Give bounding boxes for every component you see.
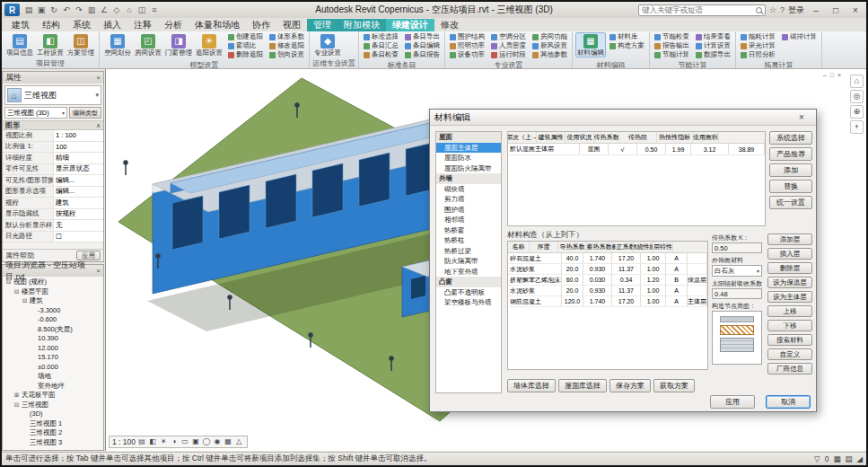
property-row[interactable]: 比例值 1: 100 [3, 142, 103, 154]
finish-select[interactable]: 白石灰▾ [712, 265, 762, 277]
ribbon-group-label[interactable]: 材料编辑 [575, 60, 646, 69]
column-header[interactable]: 燃烧性能 [634, 242, 653, 252]
property-row[interactable]: 默认分析显示样式 无 [3, 220, 103, 232]
quick-access-icon[interactable]: ↷ [73, 4, 85, 16]
ribbon-button-small[interactable]: 采光计算 [739, 41, 777, 50]
dialog-title-bar[interactable]: 材料编辑 × [430, 110, 816, 126]
dialog-button[interactable]: 上移 [767, 305, 812, 317]
ribbon-button-small[interactable]: 窗墙比 [226, 41, 265, 50]
component-category-item[interactable]: 屋面 [436, 132, 501, 143]
ribbon-button-small[interactable]: 新风设置 [530, 41, 569, 50]
dialog-button[interactable]: 删除层 [767, 262, 812, 274]
ribbon-button[interactable]: ▦ 空间划分 [102, 32, 133, 57]
browser-tree-item[interactable]: -0.600 [3, 315, 103, 325]
exclude-options-icon[interactable]: ▤ [845, 454, 852, 463]
help-search-box[interactable] [638, 4, 766, 16]
view-control-icon[interactable]: ▣ [190, 436, 201, 447]
view-control-icon[interactable]: ▦ [223, 436, 233, 447]
ribbon-button-small[interactable]: 能耗计算 [739, 32, 777, 41]
component-category-item[interactable]: 架空楼板与外墙 [436, 297, 501, 308]
ribbon-button-small[interactable]: 其他参数 [530, 50, 569, 59]
ribbon-button[interactable]: ▤ 项目信息 [4, 32, 35, 57]
dialog-button[interactable]: 获取方案 [653, 379, 695, 392]
component-category-item[interactable]: 屋面主体层 [436, 143, 501, 154]
quick-access-icon[interactable]: ≡ [148, 4, 161, 16]
browser-tree-item[interactable]: ⊟建筑 [3, 296, 103, 306]
component-category-item[interactable]: 屋面防水 [436, 153, 501, 163]
quick-access-icon[interactable]: ⌂ [123, 4, 136, 16]
material-row[interactable]: 水泥砂浆 20.0 0.930 11.37 1.00 A [508, 286, 707, 296]
ribbon-group-label[interactable]: 标准条目 [362, 60, 442, 69]
property-row[interactable]: 规程 建筑 [3, 198, 103, 209]
column-header[interactable]: 蓄热系数 [587, 242, 612, 252]
navigation-icon[interactable]: + [850, 120, 864, 134]
ribbon-group-label[interactable]: 拓展计算 [739, 60, 819, 69]
ribbon-button-small[interactable]: 条目检查 [362, 50, 400, 59]
dialog-button[interactable]: 插入层 [767, 248, 812, 260]
dialog-button[interactable]: 搜索材料 [767, 334, 812, 346]
ribbon-tab[interactable]: 注释 [127, 19, 158, 31]
ribbon-button-small[interactable]: 计算设置 [694, 41, 732, 50]
navigation-icon[interactable]: ⌂ [850, 75, 864, 88]
material-row[interactable]: 碎石混凝土 40.0 1.740 17.20 1.00 A [508, 253, 707, 264]
ribbon-group-label[interactable]: 模型设置 [102, 60, 306, 69]
browser-tree-item[interactable]: 场地 [3, 372, 103, 382]
ribbon-button-small[interactable]: 照明功率 [448, 41, 487, 50]
ribbon-button[interactable]: ◧ 工程设置 [35, 32, 66, 57]
component-category-item[interactable]: 屋面防火隔离带 [436, 163, 501, 174]
dialog-button[interactable]: 墙体库选择 [507, 379, 556, 392]
search-input[interactable] [642, 5, 754, 14]
ribbon-button-small[interactable]: 条目汇总 [362, 41, 400, 50]
browser-tree-item[interactable]: 15.170 [3, 353, 103, 363]
quick-access-icon[interactable]: ∠ [98, 4, 110, 16]
table-row[interactable]: 默认屋面主体层 屋面 √ 0.50 1.99 3.12 38.89 [508, 144, 765, 155]
cancel-button[interactable]: 取消 [766, 395, 811, 409]
ribbon-button[interactable]: ☀ 遮阳设置 [194, 32, 224, 57]
column-header[interactable]: 构件层次（上→下） [508, 132, 537, 143]
browser-tree-item[interactable]: (3D) [3, 410, 103, 419]
property-row[interactable]: 视图比例 1 : 100 [3, 130, 103, 142]
browser-tree-item[interactable]: -3.3000 [3, 306, 103, 316]
ribbon-button-small[interactable]: 材料库 [608, 32, 646, 41]
browser-tree-item[interactable]: ⊟三维视图 [3, 401, 103, 410]
ribbon-button-small[interactable]: 空调分区 [489, 32, 528, 41]
quick-access-icon[interactable]: ▥ [85, 4, 98, 16]
ribbon-button[interactable]: ▦ 材料编辑 [575, 32, 606, 57]
property-row[interactable]: 日光路径 ☐ [3, 232, 103, 243]
dialog-button[interactable]: 统一设置 [769, 196, 812, 209]
view-control-icon[interactable]: ◉ [212, 436, 223, 447]
tree-expand-icon[interactable]: ⊟ [5, 278, 12, 287]
window[interactable] [219, 185, 250, 239]
apply-button[interactable]: 应用 [710, 395, 755, 409]
favorites-icon[interactable]: ☆ [769, 5, 776, 14]
component-category-item[interactable]: 防火隔离带 [436, 256, 501, 267]
quick-access-icon[interactable]: ◇ [110, 4, 123, 16]
dialog-button[interactable]: 保存方案 [609, 379, 651, 392]
ribbon-group-label[interactable]: 运维专业设置 [312, 58, 355, 68]
quick-access-icon[interactable]: ◫ [136, 4, 148, 16]
minimize-button[interactable]: – [808, 5, 824, 15]
property-row[interactable]: 零件可见性 显示原状态 [3, 164, 103, 176]
component-category-item[interactable]: 热桥过梁 [436, 246, 501, 257]
ribbon-tab[interactable]: 体量和场地 [189, 19, 246, 31]
ribbon-button[interactable]: ◫ 方案管理 [66, 32, 96, 57]
ribbon-button-small[interactable]: 条目编辑 [403, 41, 442, 50]
property-row[interactable]: 图形显示选项 编辑... [3, 187, 103, 198]
ribbon-button-small[interactable]: 房间功能 [530, 32, 569, 41]
ribbon-button[interactable]: ◨ 门窗整理 [163, 32, 194, 57]
ribbon-tab[interactable]: 系统 [66, 19, 97, 31]
k-factor-field[interactable] [712, 242, 762, 253]
browser-tree-item[interactable]: 8.500(夹层) [3, 325, 103, 335]
window[interactable] [266, 174, 296, 228]
ribbon-tab[interactable]: 附加模块 [338, 19, 386, 31]
editable-only-icon[interactable]: ▦ [833, 454, 840, 463]
ribbon-button-small[interactable]: 构造方案 [608, 41, 646, 50]
ribbon-tab[interactable]: 协作 [246, 19, 276, 31]
quick-access-icon[interactable]: ▣ [35, 4, 48, 16]
browser-tree-item[interactable]: ⊟视图 (规程) [3, 278, 103, 287]
component-category-item[interactable]: 热桥窗 [436, 225, 501, 236]
window[interactable] [359, 153, 390, 207]
ribbon-button-small[interactable]: 日照分析 [739, 50, 777, 59]
browser-tree-item[interactable]: 三维视图 3 [3, 438, 103, 448]
component-category-item[interactable]: 围护墙 [436, 205, 501, 216]
